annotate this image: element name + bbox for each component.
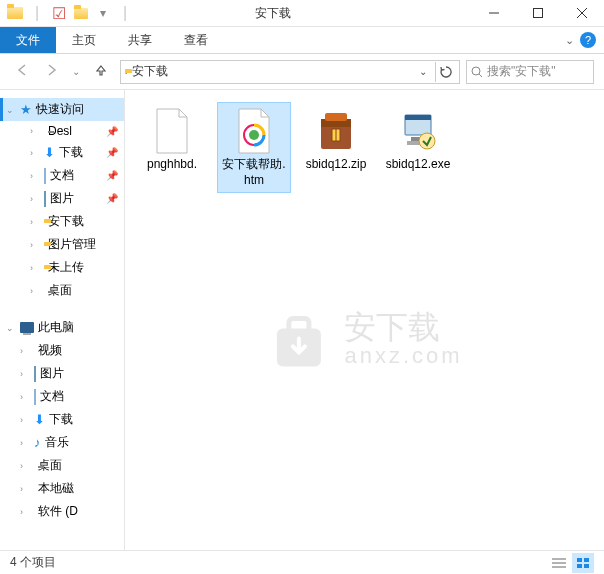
sidebar-item-label: 下载: [59, 144, 83, 161]
sidebar-item[interactable]: ›⬇下载: [0, 408, 124, 431]
sidebar-item[interactable]: ›图片: [0, 362, 124, 385]
sidebar-item[interactable]: ›安下载: [0, 210, 124, 233]
details-view-button[interactable]: [548, 553, 570, 573]
expand-icon[interactable]: ›: [20, 415, 30, 425]
navigation-pane[interactable]: ⌄ ★ 快速访问 ›Desl📌›⬇下载📌›文档📌›图片📌›安下载›图片管理›未上…: [0, 90, 125, 550]
svg-rect-25: [584, 558, 589, 562]
sidebar-item[interactable]: ›Desl📌: [0, 121, 124, 141]
sidebar-item-label: 软件 (D: [38, 503, 78, 520]
maximize-button[interactable]: [516, 0, 560, 27]
search-placeholder: 搜索"安下载": [487, 63, 556, 80]
svg-rect-1: [534, 9, 543, 18]
close-button[interactable]: [560, 0, 604, 27]
item-icon: ⬇: [34, 412, 45, 427]
sidebar-label: 此电脑: [38, 319, 74, 336]
tab-home[interactable]: 主页: [56, 27, 112, 53]
sidebar-item-label: 文档: [40, 388, 64, 405]
item-icon: ⬇: [44, 145, 55, 160]
expand-icon[interactable]: ›: [20, 346, 30, 356]
sidebar-item[interactable]: ›桌面: [0, 454, 124, 477]
back-button[interactable]: [16, 63, 30, 81]
sidebar-item-label: 安下载: [48, 213, 84, 230]
sidebar-item[interactable]: ›文档📌: [0, 164, 124, 187]
tab-view[interactable]: 查看: [168, 27, 224, 53]
file-item[interactable]: sbidq12.exe: [381, 102, 455, 193]
expand-icon[interactable]: ›: [30, 194, 40, 204]
expand-icon[interactable]: ›: [20, 392, 30, 402]
file-item[interactable]: 安下载帮助.htm: [217, 102, 291, 193]
sidebar-item[interactable]: ›图片管理: [0, 233, 124, 256]
expand-icon[interactable]: ›: [20, 369, 30, 379]
sidebar-item[interactable]: ›软件 (D: [0, 500, 124, 523]
file-list[interactable]: 安下载 anxz.com pnghhbd.安下载帮助.htmsbidq12.zi…: [125, 90, 604, 550]
icons-view-button[interactable]: [572, 553, 594, 573]
status-bar: 4 个项目: [0, 550, 604, 574]
status-text: 4 个项目: [10, 554, 56, 571]
sidebar-item[interactable]: ›桌面: [0, 279, 124, 302]
expand-icon[interactable]: ›: [30, 217, 40, 227]
navbar: ⌄ › 安下载 ⌄ 搜索"安下载": [0, 54, 604, 90]
sidebar-item[interactable]: ›⬇下载📌: [0, 141, 124, 164]
up-button[interactable]: [94, 63, 108, 81]
expand-icon[interactable]: ›: [20, 484, 30, 494]
search-icon: [471, 66, 483, 78]
sidebar-item[interactable]: ›图片📌: [0, 187, 124, 210]
watermark-sub: anxz.com: [344, 343, 462, 369]
sidebar-item-label: 本地磁: [38, 480, 74, 497]
file-icon: [230, 107, 278, 155]
sidebar-item-label: 文档: [50, 167, 74, 184]
ribbon-expand-icon[interactable]: ⌄: [565, 34, 574, 47]
search-input[interactable]: 搜索"安下载": [466, 60, 594, 84]
recent-dropdown[interactable]: ⌄: [72, 66, 80, 77]
tab-file[interactable]: 文件: [0, 27, 56, 53]
address-dropdown[interactable]: ⌄: [413, 62, 433, 82]
expand-icon[interactable]: ›: [30, 263, 40, 273]
file-item[interactable]: sbidq12.zip: [299, 102, 373, 193]
properties-icon[interactable]: ☑: [50, 4, 68, 22]
address-bar[interactable]: › 安下载 ⌄: [120, 60, 460, 84]
sidebar-item[interactable]: ›视频: [0, 339, 124, 362]
expand-icon[interactable]: ›: [30, 126, 40, 136]
expand-icon[interactable]: ›: [30, 286, 40, 296]
watermark: 安下载 anxz.com: [266, 308, 462, 372]
item-icon: [44, 169, 46, 183]
item-icon: [34, 390, 36, 404]
file-item[interactable]: pnghhbd.: [135, 102, 209, 193]
svg-rect-7: [288, 318, 308, 332]
pc-icon: [20, 322, 34, 333]
sidebar-item[interactable]: ›未上传: [0, 256, 124, 279]
star-icon: ★: [20, 102, 32, 117]
help-icon[interactable]: ?: [580, 32, 596, 48]
item-icon: ♪: [34, 435, 41, 450]
expand-icon[interactable]: ⌄: [6, 105, 16, 115]
minimize-button[interactable]: [472, 0, 516, 27]
expand-icon[interactable]: ›: [20, 438, 30, 448]
ribbon-tabs: 文件 主页 共享 查看 ⌄ ?: [0, 27, 604, 54]
svg-rect-27: [584, 564, 589, 568]
sidebar-item[interactable]: ›♪音乐: [0, 431, 124, 454]
expand-icon[interactable]: ›: [30, 148, 40, 158]
qat-separator: |: [28, 4, 46, 22]
sidebar-item[interactable]: ›文档: [0, 385, 124, 408]
sidebar-label: 快速访问: [36, 101, 84, 118]
refresh-button[interactable]: [435, 62, 455, 82]
svg-point-9: [249, 130, 259, 140]
item-icon: [34, 367, 36, 381]
pin-icon: 📌: [106, 126, 118, 137]
tab-share[interactable]: 共享: [112, 27, 168, 53]
expand-icon[interactable]: ›: [20, 507, 30, 517]
sidebar-item-label: 视频: [38, 342, 62, 359]
expand-icon[interactable]: ›: [30, 240, 40, 250]
sidebar-this-pc[interactable]: ⌄ 此电脑: [0, 316, 124, 339]
pin-icon: 📌: [106, 170, 118, 181]
expand-icon[interactable]: ›: [20, 461, 30, 471]
expand-icon[interactable]: ›: [30, 171, 40, 181]
breadcrumb[interactable]: 安下载: [128, 63, 172, 80]
sidebar-quick-access[interactable]: ⌄ ★ 快速访问: [0, 98, 124, 121]
main-area: ⌄ ★ 快速访问 ›Desl📌›⬇下载📌›文档📌›图片📌›安下载›图片管理›未上…: [0, 90, 604, 550]
expand-icon[interactable]: ⌄: [6, 323, 16, 333]
sidebar-item[interactable]: ›本地磁: [0, 477, 124, 500]
forward-button[interactable]: [44, 63, 58, 81]
file-name: pnghhbd.: [147, 157, 197, 173]
file-name: sbidq12.zip: [306, 157, 367, 173]
